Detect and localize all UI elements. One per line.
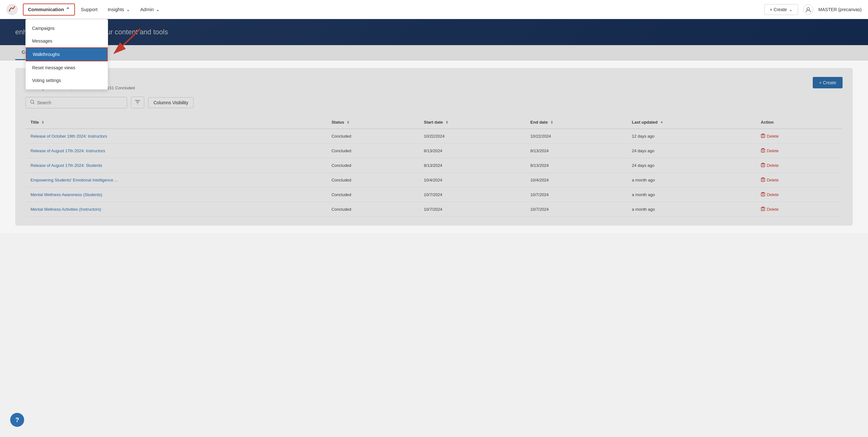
- cell-action: Delete: [756, 173, 843, 187]
- cell-title: Mental Wellness Activities (Instructors): [25, 202, 326, 217]
- communication-dropdown: Campaigns Messages Walkthroughs Reset me…: [25, 19, 108, 90]
- stat-concluded: 151 Concluded: [107, 86, 135, 90]
- help-button[interactable]: ?: [10, 413, 24, 427]
- col-header-status[interactable]: Status ⇕: [326, 116, 419, 129]
- search-box[interactable]: [25, 97, 127, 108]
- campaign-title-link[interactable]: Release of August 17th 2024: Instructors: [31, 148, 105, 153]
- sort-icon-end-date: ⇕: [550, 120, 553, 124]
- cell-title: Mental Wellness Awareness (Students): [25, 187, 326, 202]
- cell-title: Empowering Students' Emotional Intellige…: [25, 173, 326, 187]
- cell-last-updated: 12 days ago: [627, 129, 756, 144]
- cell-title: Release of October 19th 2024: Instructor…: [25, 129, 326, 144]
- nav-item-admin[interactable]: Admin ⌄: [136, 4, 164, 15]
- sort-icon-start-date: ⇕: [445, 120, 448, 124]
- cell-action: Delete: [756, 187, 843, 202]
- col-header-title[interactable]: Title ⇕: [25, 116, 326, 129]
- dropdown-item-reset-message-views[interactable]: Reset message views: [26, 61, 108, 74]
- table-row: Release of October 19th 2024: Instructor…: [25, 129, 843, 144]
- cell-last-updated: a month ago: [627, 173, 756, 187]
- col-header-end-date[interactable]: End date ⇕: [525, 116, 627, 129]
- campaign-title-link[interactable]: Empowering Students' Emotional Intellige…: [31, 178, 118, 182]
- dropdown-item-messages[interactable]: Messages: [26, 35, 108, 47]
- navbar: Communication ⌃ Support Insights ⌄ Admin…: [0, 0, 868, 19]
- cell-action: Delete: [756, 144, 843, 158]
- user-avatar[interactable]: [803, 4, 813, 14]
- content-area: All campaigns 0 Running | 2 Drafts | 0 S…: [15, 68, 853, 226]
- cell-last-updated: 24 days ago: [627, 158, 756, 173]
- delete-button[interactable]: Delete: [761, 134, 779, 139]
- delete-button[interactable]: Delete: [761, 148, 779, 153]
- nav-item-support[interactable]: Support: [76, 4, 102, 14]
- nav-right: + Create ⌄ MASTER (precanvas): [765, 4, 862, 15]
- trash-icon: [761, 163, 765, 168]
- nav-item-communication[interactable]: Communication ⌃: [23, 3, 75, 16]
- campaign-title-link[interactable]: Release of October 19th 2024: Instructor…: [31, 134, 107, 139]
- filter-icon: [135, 99, 140, 106]
- delete-button[interactable]: Delete: [761, 177, 779, 183]
- cell-start-date: 10/4/2024: [419, 173, 525, 187]
- table-header: Title ⇕ Status ⇕ Start date ⇕ End date ⇕: [25, 116, 843, 129]
- svg-rect-7: [761, 164, 765, 167]
- content-header: All campaigns 0 Running | 2 Drafts | 0 S…: [25, 77, 843, 90]
- chevron-down-icon: ⌄: [126, 7, 130, 12]
- cell-title: Release of August 17th 2024: Students: [25, 158, 326, 173]
- cell-start-date: 8/13/2024: [419, 158, 525, 173]
- global-create-button[interactable]: + Create ⌄: [765, 4, 798, 15]
- cell-status: Concluded: [326, 202, 419, 217]
- cell-last-updated: a month ago: [627, 187, 756, 202]
- svg-rect-8: [761, 178, 765, 181]
- cell-end-date: 10/22/2024: [525, 129, 627, 144]
- svg-point-1: [9, 10, 10, 11]
- campaigns-table: Title ⇕ Status ⇕ Start date ⇕ End date ⇕: [25, 116, 843, 217]
- chevron-up-icon: ⌃: [66, 7, 70, 12]
- nav-items: Communication ⌃ Support Insights ⌄ Admin…: [23, 3, 765, 16]
- delete-button[interactable]: Delete: [761, 163, 779, 168]
- page-header-title: enhance engagement with your content and…: [15, 28, 853, 36]
- delete-button[interactable]: Delete: [761, 207, 779, 212]
- cell-action: Delete: [756, 158, 843, 173]
- table-row: Empowering Students' Emotional Intellige…: [25, 173, 843, 187]
- workspace-label: MASTER (precanvas): [818, 7, 862, 12]
- cell-end-date: 10/4/2024: [525, 173, 627, 187]
- filter-button[interactable]: [131, 97, 144, 108]
- cell-end-date: 10/7/2024: [525, 187, 627, 202]
- campaign-title-link[interactable]: Release of August 17th 2024: Students: [31, 163, 102, 168]
- campaign-title-link[interactable]: Mental Wellness Activities (Instructors): [31, 207, 101, 212]
- search-input[interactable]: [37, 100, 122, 105]
- tabs-bar: Campaigns Tool categories: [0, 45, 868, 60]
- table-row: Release of August 17th 2024: Students Co…: [25, 158, 843, 173]
- cell-start-date: 10/7/2024: [419, 187, 525, 202]
- cell-title: Release of August 17th 2024: Instructors: [25, 144, 326, 158]
- search-icon: [30, 100, 35, 106]
- campaign-title-link[interactable]: Mental Wellness Awareness (Students): [31, 192, 102, 197]
- cell-last-updated: 24 days ago: [627, 144, 756, 158]
- svg-rect-9: [761, 193, 765, 196]
- cell-status: Concluded: [326, 173, 419, 187]
- trash-icon: [761, 134, 765, 139]
- cell-end-date: 8/13/2024: [525, 158, 627, 173]
- col-header-last-updated[interactable]: Last updated ▼: [627, 116, 756, 129]
- cell-action: Delete: [756, 202, 843, 217]
- cell-start-date: 8/13/2024: [419, 144, 525, 158]
- nav-item-insights[interactable]: Insights ⌄: [103, 4, 135, 15]
- table-body: Release of October 19th 2024: Instructor…: [25, 129, 843, 217]
- table-row: Mental Wellness Activities (Instructors)…: [25, 202, 843, 217]
- trash-icon: [761, 207, 765, 212]
- page-header: enhance engagement with your content and…: [0, 19, 868, 45]
- svg-point-0: [6, 4, 18, 15]
- create-campaign-button[interactable]: + Create: [813, 77, 843, 88]
- dropdown-item-voting-settings[interactable]: Voting settings: [26, 74, 108, 87]
- chevron-down-icon: ⌄: [789, 7, 793, 12]
- app-logo[interactable]: [6, 4, 18, 15]
- col-header-start-date[interactable]: Start date ⇕: [419, 116, 525, 129]
- columns-visibility-button[interactable]: Columns Visibility: [148, 97, 193, 108]
- trash-icon: [761, 192, 765, 197]
- svg-rect-6: [761, 149, 765, 152]
- dropdown-item-walkthroughs[interactable]: Walkthroughs: [26, 47, 108, 61]
- cell-start-date: 10/7/2024: [419, 202, 525, 217]
- dropdown-item-campaigns[interactable]: Campaigns: [26, 22, 108, 35]
- sort-icon-title: ⇕: [41, 120, 44, 124]
- delete-button[interactable]: Delete: [761, 192, 779, 197]
- cell-last-updated: a month ago: [627, 202, 756, 217]
- table-row: Release of August 17th 2024: Instructors…: [25, 144, 843, 158]
